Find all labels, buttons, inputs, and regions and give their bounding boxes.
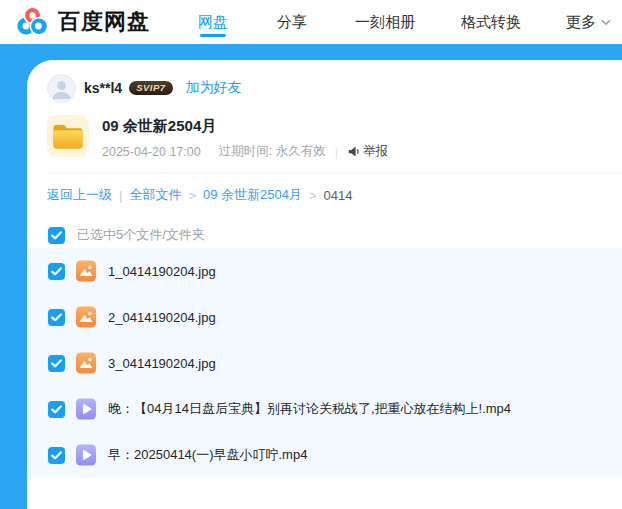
file-row[interactable]: 2_0414190204.jpg: [27, 294, 622, 340]
file-checkbox[interactable]: [48, 401, 65, 418]
file-row[interactable]: 3_0414190204.jpg: [27, 340, 622, 386]
svip-badge: SVIP7: [129, 81, 172, 95]
select-all-row: 已选中5个文件/文件夹: [48, 223, 205, 247]
breadcrumb-separator: |: [119, 188, 122, 203]
sharer-username: ks**l4: [84, 80, 122, 96]
video-file-icon: [75, 444, 97, 466]
file-checkbox[interactable]: [48, 447, 65, 464]
share-title: 09 余世新2504月: [102, 117, 388, 136]
report-link[interactable]: 举报: [347, 143, 388, 160]
meta-divider: |: [335, 145, 338, 159]
breadcrumb: 返回上一级 | 全部文件 > 09 余世新2504月 > 0414: [47, 186, 353, 204]
file-row[interactable]: 晚：【04月14日盘后宝典】别再讨论关税战了,把重心放在结构上!.mp4: [27, 386, 622, 432]
file-name[interactable]: 1_0414190204.jpg: [108, 264, 216, 279]
baidu-netdisk-logo[interactable]: 百度网盘: [13, 3, 150, 41]
select-all-checkbox[interactable]: [48, 227, 65, 244]
tab-moment-album[interactable]: 一刻相册: [355, 0, 415, 44]
tab-more[interactable]: 更多: [566, 0, 611, 44]
breadcrumb-separator: >: [309, 188, 317, 203]
video-file-icon: [75, 398, 97, 420]
folder-icon: [47, 115, 89, 157]
tab-format-convert[interactable]: 格式转换: [461, 0, 521, 44]
image-file-icon: [75, 260, 97, 282]
brand-title: 百度网盘: [58, 7, 150, 37]
file-checkbox[interactable]: [48, 355, 65, 372]
section-divider: [47, 172, 622, 173]
file-row[interactable]: 1_0414190204.jpg: [27, 248, 622, 294]
breadcrumb-current: 0414: [324, 188, 353, 203]
breadcrumb-all-files[interactable]: 全部文件: [129, 186, 181, 204]
share-content-card: ks**l4 SVIP7 加为好友 09 余世新2504月 2025-04-20…: [27, 60, 622, 509]
share-info-row: 09 余世新2504月 2025-04-20 17:00 过期时间: 永久有效 …: [47, 115, 388, 160]
tab-netdisk[interactable]: 网盘: [198, 0, 228, 44]
file-checkbox[interactable]: [48, 309, 65, 326]
tab-share[interactable]: 分享: [277, 0, 307, 44]
cloud-logo-icon: [13, 3, 51, 41]
breadcrumb-separator: >: [188, 188, 196, 203]
expire-info: 过期时间: 永久有效: [219, 143, 326, 160]
file-name[interactable]: 晚：【04月14日盘后宝典】别再讨论关税战了,把重心放在结构上!.mp4: [108, 400, 511, 418]
sharer-row: ks**l4 SVIP7 加为好友: [47, 74, 242, 102]
share-date: 2025-04-20 17:00: [102, 145, 201, 159]
chevron-down-icon: [601, 19, 611, 26]
breadcrumb-folder[interactable]: 09 余世新2504月: [203, 186, 302, 204]
add-friend-link[interactable]: 加为好友: [186, 79, 242, 97]
avatar: [47, 74, 76, 103]
top-nav: 百度网盘 网盘 分享 一刻相册 格式转换 更多: [0, 0, 622, 44]
file-list: 1_0414190204.jpg 2_0414190204.jpg: [27, 248, 622, 478]
selection-summary: 已选中5个文件/文件夹: [77, 226, 205, 244]
image-file-icon: [75, 306, 97, 328]
file-name[interactable]: 2_0414190204.jpg: [108, 310, 216, 325]
image-file-icon: [75, 352, 97, 374]
file-name[interactable]: 早：20250414(一)早盘小叮咛.mp4: [108, 446, 307, 464]
file-row[interactable]: 早：20250414(一)早盘小叮咛.mp4: [27, 432, 622, 478]
file-checkbox[interactable]: [48, 263, 65, 280]
report-icon: [347, 145, 360, 158]
file-name[interactable]: 3_0414190204.jpg: [108, 356, 216, 371]
breadcrumb-back-link[interactable]: 返回上一级: [47, 186, 112, 204]
